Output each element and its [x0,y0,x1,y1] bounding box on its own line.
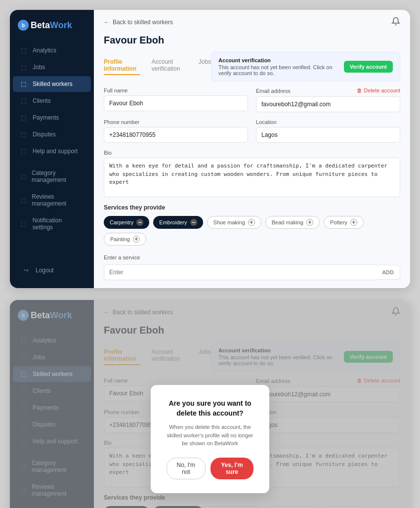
tabs-row: Profile information Account verification… [104,52,400,82]
delete-modal: Are you sure you want to delete this acc… [151,385,269,493]
brand-logo: b BetaWork [10,20,94,42]
nav-label-clients: Clients [33,97,51,104]
phone-label: Phone number [104,119,248,125]
form-row-phone-location: Phone number Location [104,119,400,143]
back-label: Back to skilled workers [113,19,173,26]
pottery-add-icon[interactable]: + [350,219,357,226]
help-icon: ⬚ [21,148,28,155]
verification-banner: Account verification This account has no… [211,52,400,82]
carpentry-remove-icon[interactable]: − [136,219,143,226]
star-icon: ⬚ [21,197,27,204]
form-group-fullname: Full name [104,87,248,112]
logout-section: ↪ Logout [10,262,94,278]
service-painting[interactable]: Painting + [104,233,146,246]
service-carpentry[interactable]: Carpentry − [104,216,149,229]
email-input[interactable] [256,96,400,112]
alert-icon: ⬚ [21,131,28,138]
email-label: Email address [256,88,291,94]
services-title: Services they provide [104,204,400,211]
sidebar-item-analytics[interactable]: ⬚ Analytics [13,42,91,58]
tabs: Profile information Account verification… [104,58,211,75]
phone-input[interactable] [104,127,248,143]
sidebar-item-jobs[interactable]: ⬚ Jobs [13,59,91,75]
nav-label-disputes: Disputes [33,131,56,138]
painting-add-icon[interactable]: + [133,236,140,243]
nav-label-skilled-workers: Skilled workers [33,81,73,87]
sidebar-item-disputes[interactable]: ⬚ Disputes [13,127,91,142]
sidebar-item-notifications[interactable]: ⬚ Notification settings [13,212,91,235]
main-content-1: ← Back to skilled workers Favour Eboh Pr… [94,10,410,288]
fullname-input[interactable] [104,95,248,111]
location-input[interactable] [256,127,400,143]
delete-account-link[interactable]: 🗑 Delete account [357,87,400,94]
verification-desc: This account has not yet been verified. … [218,64,333,76]
sidebar-item-skilled-workers[interactable]: ⬚ Skilled workers [13,76,91,92]
sidebar-item-payments[interactable]: ⬚ Payments [13,110,91,126]
nav-label-help: Help and support [33,148,78,155]
shoe-making-add-icon[interactable]: + [248,219,255,226]
delete-label: Delete account [364,87,400,93]
bead-making-label: Bead making [272,219,303,225]
briefcase-icon: ⬚ [21,64,28,71]
service-embroidery[interactable]: Embroidery − [153,216,203,229]
painting-label: Painting [110,236,130,242]
tab-verification[interactable]: Account verification [152,58,187,75]
add-service-button[interactable]: ADD [376,265,400,280]
logo-icon: b [18,20,29,31]
service-bead-making[interactable]: Bead making + [265,216,320,229]
form-group-phone: Phone number [104,119,248,143]
modal-description: When you delete this account, the skille… [167,423,253,448]
form-group-bio: Bio With a keen eye for detail and a pas… [104,150,400,197]
card-with-modal: b BetaWork ⬚ Analytics ⬚ Jobs ⬚ Skilled … [10,300,410,508]
card-normal: b BetaWork ⬚ Analytics ⬚ Jobs ⬚ Skilled … [10,10,410,288]
page-title: Favour Eboh [104,35,400,46]
logout-icon: ↪ [24,267,31,274]
nav-label-category: Category management [32,169,83,183]
sidebar-item-clients[interactable]: ⬚ Clients [13,93,91,109]
form-group-location: Location [256,119,400,143]
bio-textarea[interactable]: With a keen eye for detail and a passion… [104,158,400,197]
verify-account-button[interactable]: Verify account [344,61,393,73]
verification-text: Account verification This account has no… [218,57,336,76]
logout-button[interactable]: ↪ Logout [16,262,88,278]
tab-profile[interactable]: Profile information [104,58,140,75]
page-header-1: Favour Eboh Profile information Account … [94,35,410,87]
service-pottery[interactable]: Pottery + [324,216,364,229]
back-link[interactable]: ← Back to skilled workers [104,19,173,26]
modal-no-button[interactable]: No, I'm not [167,458,206,479]
tab-jobs[interactable]: Jobs [199,58,211,75]
shoe-making-label: Shoe making [213,219,245,225]
user-check-icon: ⬚ [21,81,28,87]
sidebar-item-help[interactable]: ⬚ Help and support [13,143,91,159]
nav-label-analytics: Analytics [33,47,56,54]
pottery-label: Pottery [330,219,347,225]
form-row-name-email: Full name Email address 🗑 Delete account [104,87,400,112]
carpentry-label: Carpentry [110,219,133,225]
sidebar-item-category[interactable]: ⬚ Category management [13,165,91,188]
location-label: Location [256,119,400,125]
trash-icon: 🗑 [357,87,362,93]
form-area-1: Full name Email address 🗑 Delete account [94,87,410,288]
form-group-email: Email address 🗑 Delete account [256,87,400,112]
bead-making-add-icon[interactable]: + [306,219,313,226]
bio-label: Bio [104,150,400,156]
topbar-1: ← Back to skilled workers [94,10,410,35]
sidebar-nav: ⬚ Analytics ⬚ Jobs ⬚ Skilled workers ⬚ C… [10,42,94,262]
modal-yes-button[interactable]: Yes, I'm sure [210,458,253,479]
sidebar-item-reviews[interactable]: ⬚ Reviews management [13,189,91,212]
nav-label-reviews: Reviews management [32,193,83,207]
bell-notification-icon[interactable] [391,17,400,28]
embroidery-remove-icon[interactable]: − [190,219,197,226]
chart-icon: ⬚ [21,47,28,54]
sidebar-1: b BetaWork ⬚ Analytics ⬚ Jobs ⬚ Skilled … [10,10,94,288]
enter-service-row: ADD [104,264,400,280]
enter-service-input[interactable] [104,264,376,280]
bell-settings-icon: ⬚ [21,220,28,227]
brand-name-beta: Beta [31,20,50,30]
fullname-label: Full name [104,87,248,93]
modal-buttons: No, I'm not Yes, I'm sure [167,458,253,479]
nav-label-notifications: Notification settings [33,217,83,231]
modal-title: Are you sure you want to delete this acc… [167,399,253,418]
service-shoe-making[interactable]: Shoe making + [207,216,261,229]
grid-icon: ⬚ [21,173,27,180]
